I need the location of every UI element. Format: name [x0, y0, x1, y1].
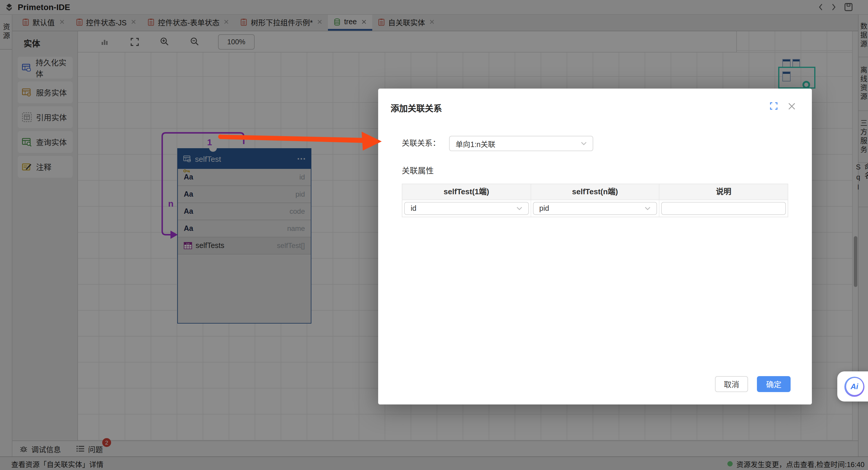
n-end-field-select[interactable]: pid [533, 202, 657, 215]
dialog-title: 添加关联关系 [391, 102, 442, 114]
chevron-down-icon [645, 207, 651, 210]
one-end-field-value: id [411, 204, 416, 212]
association-properties-title: 关联属性 [402, 164, 434, 176]
ai-label: Ai [850, 382, 858, 391]
table-header-row: selfTest(1端) selfTest(n端) 说明 [402, 184, 788, 200]
dialog-fullscreen-icon[interactable] [770, 102, 778, 112]
annotation-arrow [216, 129, 390, 154]
one-end-field-select[interactable]: id [404, 202, 529, 215]
ok-button[interactable]: 确定 [757, 376, 790, 392]
chevron-down-icon [581, 142, 587, 145]
cancel-button[interactable]: 取消 [715, 376, 748, 392]
table-header-note: 说明 [660, 184, 788, 200]
add-association-dialog: 添加关联关系 关联关系： 单向1:n关联 关联属性 selfTest(1端) s… [378, 89, 812, 404]
table-header-n-end: selfTest(n端) [531, 184, 659, 200]
relation-type-select[interactable]: 单向1:n关联 [449, 136, 593, 151]
app-window: Primeton-IDE 默认值 控件状态-JS 控件状态-表单状态 树形下拉组… [0, 0, 868, 470]
note-input[interactable] [661, 202, 786, 215]
dialog-close-icon[interactable] [788, 102, 795, 112]
ai-assistant-button[interactable]: Ai [837, 371, 868, 402]
relation-type-value: 单向1:n关联 [456, 138, 495, 149]
ai-ring-icon: Ai [844, 376, 864, 397]
table-header-one-end: selfTest(1端) [402, 184, 531, 200]
table-row: id pid [402, 200, 788, 217]
association-properties-table: selfTest(1端) selfTest(n端) 说明 id pid [402, 183, 788, 217]
chevron-down-icon [516, 207, 522, 210]
relation-type-label: 关联关系： [402, 136, 440, 151]
n-end-field-value: pid [539, 204, 549, 212]
